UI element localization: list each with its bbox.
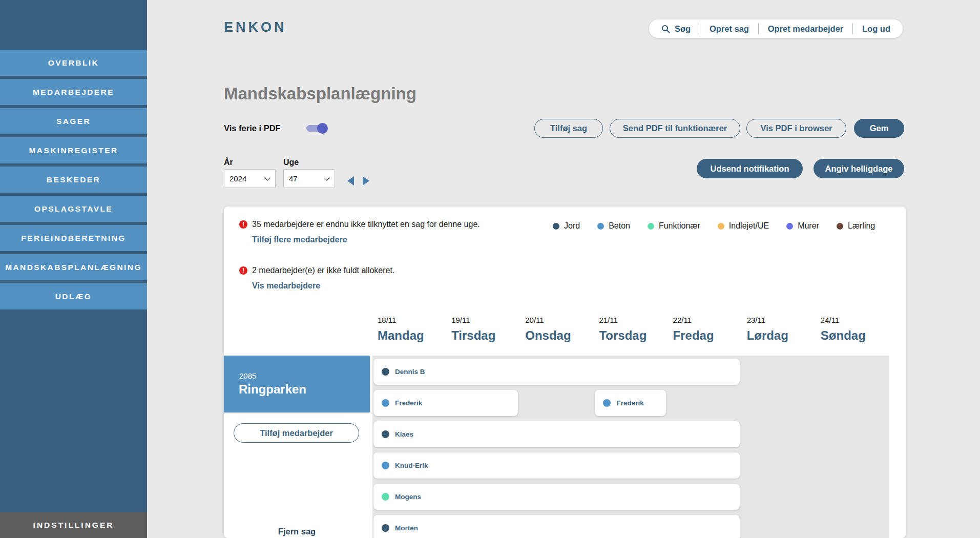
- allocation-bar-knud-erik[interactable]: Knud-Erik: [373, 452, 740, 479]
- day-header-søndag: 24/11Søndag: [821, 316, 866, 343]
- category-legend: JordBetonFunktionærIndlejet/UEMurerLærli…: [553, 221, 875, 231]
- legend-label: Lærling: [848, 221, 875, 231]
- nav-divider: [852, 23, 853, 34]
- day-header-fredag: 22/11Fredag: [673, 316, 714, 343]
- sidebar-item-medarbejdere[interactable]: MEDARBEJDERE: [0, 79, 147, 105]
- category-dot-funktionær: [382, 493, 389, 501]
- allocation-bar-mogens[interactable]: Mogens: [373, 484, 740, 510]
- day-header-mandag: 18/11Mandag: [378, 316, 424, 343]
- allocation-bar-frederik[interactable]: Frederik: [595, 390, 665, 416]
- legend-dot-beton: [597, 223, 604, 230]
- day-date: 21/11: [599, 316, 647, 324]
- legend-beton: Beton: [597, 221, 630, 231]
- legend-label: Indlejet/UE: [729, 221, 769, 231]
- legend-label: Murer: [798, 221, 819, 231]
- page-title: Mandskabsplanlægning: [224, 84, 416, 104]
- legend-label: Funktionær: [659, 221, 700, 231]
- alert-text: 35 medarbejdere er endnu ikke tilknyttet…: [252, 220, 480, 229]
- project-number: 2085: [239, 371, 256, 380]
- category-dot-beton: [382, 399, 389, 407]
- legend-indlejet-ue: Indlejet/UE: [718, 221, 769, 231]
- day-name: Onsdag: [525, 328, 571, 343]
- year-select-wrap: 2024: [224, 169, 276, 188]
- nav-log-ud[interactable]: Log ud: [862, 24, 890, 34]
- angiv-helligdage-button[interactable]: Angiv helligdage: [814, 159, 904, 178]
- day-header-torsdag: 21/11Torsdag: [599, 316, 647, 343]
- employee-name: Frederik: [616, 399, 643, 407]
- nav-opret-sag[interactable]: Opret sag: [710, 24, 749, 34]
- legend-jord: Jord: [553, 221, 580, 231]
- legend-dot-jord: [553, 223, 559, 230]
- search-icon: [661, 25, 670, 33]
- allocation-bar-dennis-b[interactable]: Dennis B: [373, 359, 740, 385]
- day-date: 18/11: [378, 316, 424, 324]
- alert-unassigned: ! 35 medarbejdere er endnu ikke tilknytt…: [239, 220, 480, 244]
- category-dot-jord: [382, 524, 389, 532]
- allocation-bar-frederik[interactable]: Frederik: [373, 390, 518, 416]
- day-name: Tirsdag: [451, 328, 495, 343]
- top-nav: Søg Opret sag Opret medarbejder Log ud: [649, 19, 903, 38]
- allocation-bar-klaes[interactable]: Klaes: [373, 421, 740, 447]
- legend-funktionær: Funktionær: [648, 221, 700, 231]
- day-header-tirsdag: 19/11Tirsdag: [451, 316, 495, 343]
- nav-sog[interactable]: Søg: [661, 24, 691, 34]
- day-name: Fredag: [673, 328, 714, 343]
- sidebar-item-indstillinger[interactable]: INDSTILLINGER: [0, 512, 147, 538]
- sidebar-item-sager[interactable]: SAGER: [0, 108, 147, 134]
- legend-dot-indlejet-ue: [718, 223, 724, 230]
- legend-label: Beton: [609, 221, 630, 231]
- category-dot-jord: [382, 430, 389, 438]
- day-date: 23/11: [747, 316, 788, 324]
- next-week-arrow[interactable]: [363, 176, 369, 185]
- alert-icon: !: [239, 266, 247, 275]
- calendar-day-headers: 18/11Mandag19/11Tirsdag20/11Onsdag21/11T…: [372, 316, 889, 356]
- fjern-sag-link[interactable]: Fjern sag: [224, 527, 370, 536]
- day-header-lørdag: 23/11Lørdag: [747, 316, 788, 343]
- week-label: Uge: [283, 158, 299, 167]
- nav-opret-medarbejder[interactable]: Opret medarbejder: [768, 24, 844, 34]
- alert-underallocated: ! 2 medarbejder(e) er ikke fuldt alloker…: [239, 266, 394, 291]
- mandskabsplanlaegning-page: OVERBLIKMEDARBEJDERESAGERMASKINREGISTERB…: [0, 0, 980, 538]
- project-name: Ringparken: [239, 382, 306, 397]
- legend-label: Jord: [564, 221, 580, 231]
- enkon-logo[interactable]: ENKON: [224, 19, 287, 35]
- sidebar: OVERBLIKMEDARBEJDERESAGERMASKINREGISTERB…: [0, 0, 147, 538]
- udsend-notifikation-button[interactable]: Udsend notifikation: [697, 159, 803, 178]
- sidebar-item-udlæg[interactable]: UDLÆG: [0, 283, 147, 309]
- tilfoj-sag-button[interactable]: Tilføj sag: [534, 119, 603, 138]
- vis-medarbejdere-link[interactable]: Vis medarbejdere: [252, 281, 394, 291]
- gem-button[interactable]: Gem: [854, 119, 904, 138]
- vis-ferie-label: Vis ferie i PDF: [224, 123, 281, 133]
- legend-lærling: Lærling: [837, 221, 875, 231]
- sidebar-item-maskinregister[interactable]: MASKINREGISTER: [0, 137, 147, 163]
- week-select[interactable]: 47: [283, 169, 335, 188]
- project-card-ringparken: 2085 Ringparken: [224, 356, 370, 412]
- send-pdf-button[interactable]: Send PDF til funktionærer: [610, 119, 740, 138]
- vis-pdf-button[interactable]: Vis PDF i browser: [746, 119, 846, 138]
- previous-week-arrow[interactable]: [347, 176, 354, 185]
- employee-name: Dennis B: [395, 368, 425, 376]
- allocation-bar-morten[interactable]: Morten: [373, 515, 740, 538]
- tilfoj-flere-medarbejdere-link[interactable]: Tilføj flere medarbejdere: [252, 235, 480, 244]
- employee-name: Knud-Erik: [395, 462, 428, 469]
- day-name: Torsdag: [599, 328, 647, 343]
- nav-sog-label: Søg: [675, 24, 691, 34]
- sidebar-item-ferieindberetning[interactable]: FERIEINDBERETNING: [0, 225, 147, 251]
- employee-name: Mogens: [395, 493, 421, 501]
- sidebar-item-opslagstavle[interactable]: OPSLAGSTAVLE: [0, 196, 147, 222]
- alert-icon: !: [239, 220, 247, 229]
- tilfoj-medarbejder-button[interactable]: Tilføj medarbejder: [234, 423, 359, 443]
- sidebar-item-mandskabsplanlægning[interactable]: MANDSKABSPLANLÆGNING: [0, 254, 147, 280]
- schedule-grid: Dennis BFrederikFrederikKlaesKnud-ErikMo…: [372, 356, 889, 538]
- year-select[interactable]: 2024: [224, 169, 276, 188]
- employee-name: Klaes: [395, 430, 413, 438]
- week-select-wrap: 47: [283, 169, 335, 188]
- legend-murer: Murer: [786, 221, 819, 231]
- year-label: År: [224, 158, 233, 167]
- sidebar-item-overblik[interactable]: OVERBLIK: [0, 50, 147, 76]
- day-header-onsdag: 20/11Onsdag: [525, 316, 571, 343]
- category-dot-jord: [382, 368, 389, 376]
- day-date: 19/11: [451, 316, 495, 324]
- sidebar-item-beskeder[interactable]: BESKEDER: [0, 167, 147, 193]
- vis-ferie-toggle[interactable]: [306, 125, 327, 132]
